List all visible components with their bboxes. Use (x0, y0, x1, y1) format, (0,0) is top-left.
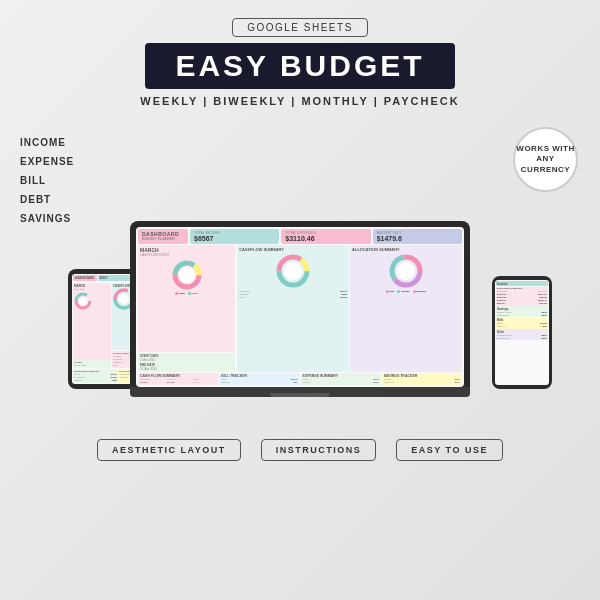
main-title: EASY BUDGET (145, 43, 454, 89)
svg-point-13 (179, 267, 195, 283)
label-debt: DEBT (20, 194, 74, 205)
svg-point-17 (284, 262, 302, 280)
footer-badge-easy: EASY TO USE (396, 439, 503, 461)
svg-point-21 (397, 262, 415, 280)
svg-point-2 (79, 297, 87, 305)
label-bill: BILL (20, 175, 74, 186)
label-savings: SAVINGS (20, 213, 74, 224)
footer-badges: AESTHETIC LAYOUT INSTRUCTIONS EASY TO US… (20, 439, 580, 461)
google-sheets-badge: GOOGLE SHEETS (232, 18, 368, 37)
svg-point-5 (119, 294, 129, 304)
footer-badge-aesthetic: AESTHETIC LAYOUT (97, 439, 241, 461)
laptop-device: DASHBOARD BUDGET PLANNER TOTAL INCOME $6… (130, 221, 470, 397)
currency-badge: WORKS WITH ANY CURRENCY (513, 127, 578, 192)
label-income: INCOME (20, 137, 74, 148)
label-expense: EXPENSE (20, 156, 74, 167)
footer-badge-instructions: INSTRUCTIONS (261, 439, 377, 461)
sidebar-labels: INCOME EXPENSE BILL DEBT SAVINGS (20, 137, 74, 224)
subtitle: WEEKLY | BIWEEKLY | MONTHLY | PAYCHECK (140, 95, 459, 107)
phone-device: Income EXPENSE SUMMARY BUDGETACTUAL $200… (492, 276, 552, 389)
page-wrapper: GOOGLE SHEETS EASY BUDGET WEEKLY | BIWEE… (0, 0, 600, 600)
devices-section: INCOME EXPENSE BILL DEBT SAVINGS WORKS W… (20, 117, 580, 427)
